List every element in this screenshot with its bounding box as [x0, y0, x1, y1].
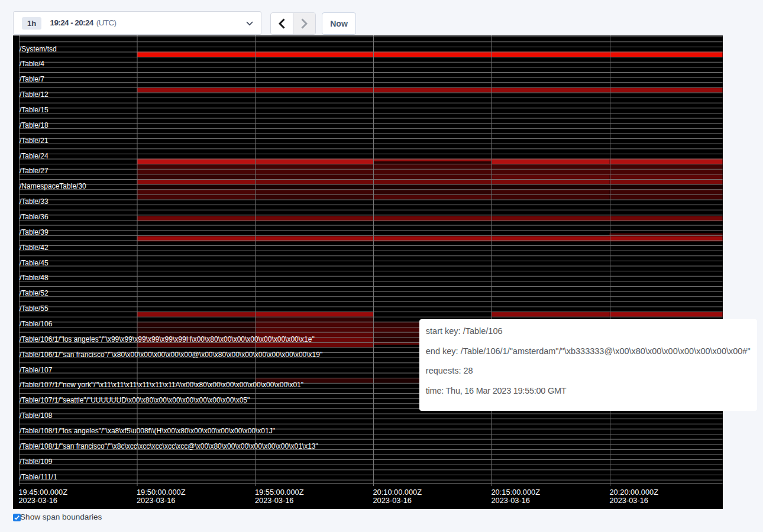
svg-text:19:50:00.000Z: 19:50:00.000Z — [137, 488, 186, 497]
svg-text:2023-03-16: 2023-03-16 — [255, 496, 293, 505]
svg-text:/Table/52: /Table/52 — [20, 289, 49, 297]
svg-text:/Table/48: /Table/48 — [20, 274, 49, 282]
svg-text:2023-03-16: 2023-03-16 — [492, 496, 530, 505]
svg-text:/NamespaceTable/30: /NamespaceTable/30 — [20, 182, 86, 190]
svg-text:19:55:00.000Z: 19:55:00.000Z — [255, 488, 304, 497]
svg-text:2023-03-16: 2023-03-16 — [373, 496, 412, 505]
svg-text:/Table/42: /Table/42 — [20, 244, 49, 252]
svg-text:20:10:00.000Z: 20:10:00.000Z — [373, 488, 422, 497]
svg-text:/Table/27: /Table/27 — [20, 167, 49, 175]
svg-text:20:15:00.000Z: 20:15:00.000Z — [492, 488, 541, 497]
svg-text:/Table/106/1/"los angeles"/"\x: /Table/106/1/"los angeles"/"\x99\x99\x99… — [20, 335, 315, 343]
svg-text:/Table/108/1/"los angeles"/"\x: /Table/108/1/"los angeles"/"\xa8\xf5\u00… — [20, 427, 275, 435]
svg-text:/Table/7: /Table/7 — [20, 75, 44, 83]
svg-text:/Table/18: /Table/18 — [20, 121, 49, 129]
svg-text:/Table/106/1/"san francisco"/": /Table/106/1/"san francisco"/"\x80\x00\x… — [20, 351, 322, 359]
svg-text:/Table/45: /Table/45 — [20, 259, 49, 267]
svg-text:2023-03-16: 2023-03-16 — [19, 496, 57, 505]
svg-text:/Table/21: /Table/21 — [20, 137, 49, 145]
svg-text:/Table/108/1/"san francisco"/": /Table/108/1/"san francisco"/"\x8c\xcc\x… — [20, 442, 318, 450]
svg-text:/Table/107/1/"new york"/"\x11\: /Table/107/1/"new york"/"\x11\x11\x11\x1… — [20, 381, 303, 389]
svg-text:/Table/106: /Table/106 — [20, 320, 53, 328]
svg-text:/Table/39: /Table/39 — [20, 228, 49, 236]
svg-text:/System/tsd: /System/tsd — [20, 45, 57, 53]
svg-text:/Table/33: /Table/33 — [20, 197, 49, 206]
svg-text:/Table/111/1: /Table/111/1 — [20, 473, 57, 481]
svg-text:/Table/109: /Table/109 — [20, 458, 53, 466]
svg-text:/Table/24: /Table/24 — [20, 152, 49, 160]
svg-text:/Table/4: /Table/4 — [20, 60, 44, 68]
svg-text:2023-03-16: 2023-03-16 — [137, 496, 175, 505]
svg-text:2023-03-16: 2023-03-16 — [610, 496, 648, 505]
svg-text:19:45:00.000Z: 19:45:00.000Z — [19, 488, 68, 497]
svg-text:20:20:00.000Z: 20:20:00.000Z — [610, 488, 659, 497]
svg-text:/Table/12: /Table/12 — [20, 90, 49, 99]
svg-text:/Table/107: /Table/107 — [20, 366, 53, 374]
svg-text:/Table/36: /Table/36 — [20, 213, 49, 221]
svg-text:/Table/108: /Table/108 — [20, 411, 53, 420]
svg-text:/Table/107/1/"seattle"/"UUUUUU: /Table/107/1/"seattle"/"UUUUUUD\x00\x80\… — [20, 396, 250, 404]
svg-text:/Table/55: /Table/55 — [20, 304, 49, 313]
svg-text:/Table/15: /Table/15 — [20, 106, 49, 114]
